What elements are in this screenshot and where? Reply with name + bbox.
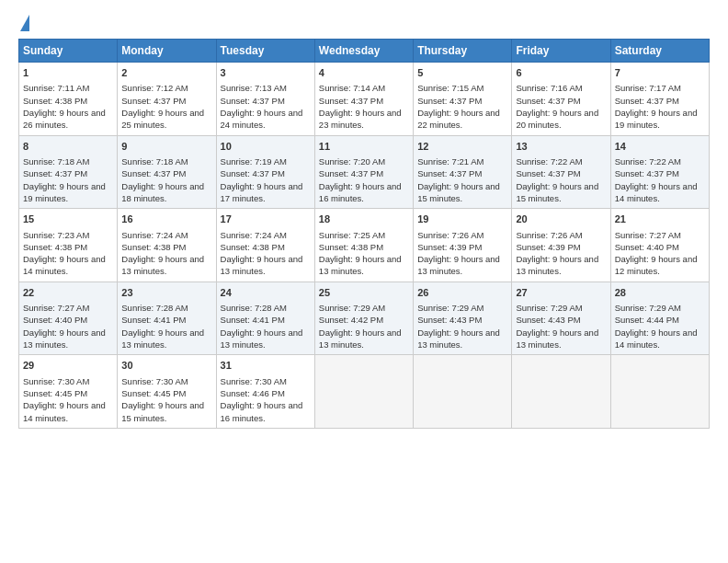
- sunrise-label: Sunrise: 7:18 AM: [121, 156, 188, 167]
- day-number: 12: [417, 140, 507, 154]
- sunrise-label: Sunrise: 7:28 AM: [221, 303, 287, 313]
- sunset-label: Sunset: 4:44 PM: [615, 315, 679, 325]
- week-row-2: 8 Sunrise: 7:18 AM Sunset: 4:37 PM Dayli…: [19, 135, 710, 209]
- sunset-label: Sunset: 4:37 PM: [615, 168, 679, 178]
- calendar-cell: 22 Sunrise: 7:27 AM Sunset: 4:40 PM Dayl…: [19, 282, 118, 355]
- daylight-label: Daylight: 9 hours and 14 minutes.: [23, 254, 106, 276]
- sunset-label: Sunset: 4:37 PM: [417, 168, 482, 178]
- calendar-cell: 26 Sunrise: 7:29 AM Sunset: 4:43 PM Dayl…: [414, 282, 512, 355]
- sunset-label: Sunset: 4:45 PM: [23, 388, 87, 398]
- header-row: SundayMondayTuesdayWednesdayThursdayFrid…: [19, 40, 710, 63]
- sunrise-label: Sunrise: 7:25 AM: [319, 230, 385, 240]
- daylight-label: Daylight: 9 hours and 19 minutes.: [23, 181, 106, 203]
- daylight-label: Daylight: 9 hours and 14 minutes.: [23, 400, 106, 422]
- day-number: 6: [516, 66, 606, 80]
- daylight-label: Daylight: 9 hours and 14 minutes.: [615, 181, 698, 203]
- daylight-label: Daylight: 9 hours and 17 minutes.: [221, 181, 303, 203]
- header-cell-friday: Friday: [512, 40, 610, 63]
- sunrise-label: Sunrise: 7:29 AM: [417, 303, 483, 313]
- daylight-label: Daylight: 9 hours and 13 minutes.: [221, 254, 303, 276]
- logo: [18, 15, 29, 33]
- sunrise-label: Sunrise: 7:30 AM: [23, 376, 89, 386]
- calendar-cell: 21 Sunrise: 7:27 AM Sunset: 4:40 PM Dayl…: [610, 209, 709, 282]
- calendar-cell: 1 Sunrise: 7:11 AM Sunset: 4:38 PM Dayli…: [19, 63, 118, 136]
- day-number: 18: [319, 213, 409, 226]
- daylight-label: Daylight: 9 hours and 16 minutes.: [221, 400, 303, 422]
- sunset-label: Sunset: 4:41 PM: [221, 315, 285, 325]
- day-number: 24: [221, 286, 311, 300]
- calendar-cell: 4 Sunrise: 7:14 AM Sunset: 4:37 PM Dayli…: [314, 63, 413, 136]
- header-cell-monday: Monday: [118, 40, 216, 63]
- day-number: 14: [615, 140, 705, 154]
- sunset-label: Sunset: 4:43 PM: [516, 315, 580, 325]
- day-number: 5: [417, 66, 507, 80]
- day-number: 8: [23, 140, 113, 154]
- day-number: 19: [417, 213, 507, 226]
- day-number: 28: [615, 286, 705, 300]
- sunset-label: Sunset: 4:45 PM: [121, 388, 186, 398]
- calendar-cell: 15 Sunrise: 7:23 AM Sunset: 4:38 PM Dayl…: [19, 209, 118, 282]
- daylight-label: Daylight: 9 hours and 13 minutes.: [319, 254, 402, 276]
- calendar-cell: 3 Sunrise: 7:13 AM Sunset: 4:37 PM Dayli…: [216, 63, 314, 136]
- day-number: 30: [121, 359, 211, 373]
- daylight-label: Daylight: 9 hours and 15 minutes.: [417, 181, 500, 203]
- calendar-cell: 9 Sunrise: 7:18 AM Sunset: 4:37 PM Dayli…: [118, 135, 216, 209]
- week-row-1: 1 Sunrise: 7:11 AM Sunset: 4:38 PM Dayli…: [19, 63, 710, 136]
- sunrise-label: Sunrise: 7:29 AM: [319, 303, 385, 313]
- daylight-label: Daylight: 9 hours and 12 minutes.: [615, 254, 698, 276]
- sunset-label: Sunset: 4:37 PM: [319, 96, 383, 106]
- sunrise-label: Sunrise: 7:27 AM: [615, 230, 681, 240]
- sunrise-label: Sunrise: 7:26 AM: [516, 230, 582, 240]
- sunset-label: Sunset: 4:37 PM: [221, 96, 285, 106]
- header-cell-saturday: Saturday: [610, 40, 709, 63]
- day-number: 31: [221, 359, 311, 373]
- calendar-cell: 28 Sunrise: 7:29 AM Sunset: 4:44 PM Dayl…: [610, 282, 709, 355]
- sunset-label: Sunset: 4:38 PM: [319, 242, 383, 252]
- sunrise-label: Sunrise: 7:22 AM: [615, 156, 681, 167]
- sunset-label: Sunset: 4:38 PM: [23, 242, 87, 252]
- calendar-cell: 7 Sunrise: 7:17 AM Sunset: 4:37 PM Dayli…: [610, 63, 709, 136]
- sunrise-label: Sunrise: 7:17 AM: [615, 83, 681, 93]
- logo-area: [18, 15, 29, 33]
- day-number: 26: [417, 286, 507, 300]
- sunrise-label: Sunrise: 7:13 AM: [221, 83, 287, 93]
- daylight-label: Daylight: 9 hours and 22 minutes.: [417, 108, 500, 130]
- page: SundayMondayTuesdayWednesdayThursdayFrid…: [0, 0, 728, 440]
- daylight-label: Daylight: 9 hours and 13 minutes.: [417, 327, 500, 350]
- day-number: 10: [221, 140, 311, 154]
- sunset-label: Sunset: 4:38 PM: [221, 242, 285, 252]
- daylight-label: Daylight: 9 hours and 13 minutes.: [121, 327, 204, 350]
- sunrise-label: Sunrise: 7:29 AM: [615, 303, 681, 313]
- calendar-cell: 10 Sunrise: 7:19 AM Sunset: 4:37 PM Dayl…: [216, 135, 314, 209]
- sunrise-label: Sunrise: 7:22 AM: [516, 156, 582, 167]
- calendar-cell: 30 Sunrise: 7:30 AM Sunset: 4:45 PM Dayl…: [118, 355, 216, 429]
- daylight-label: Daylight: 9 hours and 26 minutes.: [23, 108, 106, 130]
- day-number: 16: [121, 213, 211, 226]
- calendar-cell: 23 Sunrise: 7:28 AM Sunset: 4:41 PM Dayl…: [118, 282, 216, 355]
- sunrise-label: Sunrise: 7:26 AM: [417, 230, 483, 240]
- sunrise-label: Sunrise: 7:24 AM: [121, 230, 188, 240]
- sunset-label: Sunset: 4:41 PM: [121, 315, 186, 325]
- daylight-label: Daylight: 9 hours and 19 minutes.: [615, 108, 698, 130]
- sunset-label: Sunset: 4:37 PM: [221, 168, 285, 178]
- sunrise-label: Sunrise: 7:19 AM: [221, 156, 287, 167]
- daylight-label: Daylight: 9 hours and 14 minutes.: [615, 327, 698, 350]
- day-number: 21: [615, 213, 705, 226]
- header-cell-wednesday: Wednesday: [314, 40, 413, 63]
- day-number: 15: [23, 213, 113, 226]
- sunrise-label: Sunrise: 7:27 AM: [23, 303, 89, 313]
- sunset-label: Sunset: 4:40 PM: [615, 242, 679, 252]
- sunset-label: Sunset: 4:37 PM: [23, 168, 87, 178]
- day-number: 27: [516, 286, 606, 300]
- daylight-label: Daylight: 9 hours and 15 minutes.: [516, 181, 598, 203]
- daylight-label: Daylight: 9 hours and 18 minutes.: [121, 181, 204, 203]
- calendar-cell: 19 Sunrise: 7:26 AM Sunset: 4:39 PM Dayl…: [414, 209, 512, 282]
- day-number: 25: [319, 286, 409, 300]
- calendar-cell: 13 Sunrise: 7:22 AM Sunset: 4:37 PM Dayl…: [512, 135, 610, 209]
- week-row-4: 22 Sunrise: 7:27 AM Sunset: 4:40 PM Dayl…: [19, 282, 710, 355]
- sunrise-label: Sunrise: 7:24 AM: [221, 230, 287, 240]
- daylight-label: Daylight: 9 hours and 25 minutes.: [121, 108, 204, 130]
- sunrise-label: Sunrise: 7:20 AM: [319, 156, 385, 167]
- week-row-5: 29 Sunrise: 7:30 AM Sunset: 4:45 PM Dayl…: [19, 355, 710, 429]
- day-number: 9: [121, 140, 211, 154]
